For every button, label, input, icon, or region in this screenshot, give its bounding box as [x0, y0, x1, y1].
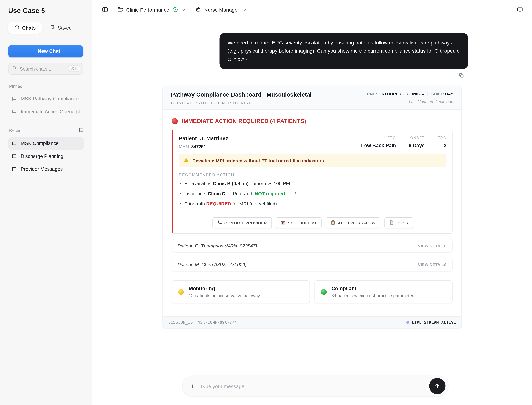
view-details-link[interactable]: VIEW DETAILS: [418, 263, 447, 267]
unit-value: ORTHOPEDIC CLINIC A: [378, 92, 424, 96]
sidebar-title: Use Case 5: [8, 7, 84, 14]
sidebar: Use Case 5 Chats Saved + New Chat: [0, 0, 92, 405]
unit-shift-meta: UNIT: ORTHOPEDIC CLINIC A SHIFT: DAY: [367, 92, 453, 96]
monitoring-status-card: Monitoring 12 patients on conservative p…: [172, 280, 310, 303]
sidebar-item-label: MSK Pathway Compliance (Cli: [21, 96, 84, 101]
session-id: SESSION_ID: MSK-COMP-09X-774: [168, 320, 237, 325]
chevron-down-icon: [181, 7, 186, 12]
project-switcher[interactable]: Clinic Performance: [117, 6, 186, 13]
patient-summary: Patient: R. Thompson (MRN: 923847) ...: [178, 243, 263, 249]
recent-section-label: Recent: [9, 127, 84, 134]
pinned-section-label: Pinned: [9, 84, 84, 89]
recommendation-prior-auth: Prior auth REQUIRED for MRI (not yet fil…: [179, 200, 446, 208]
contact-provider-button[interactable]: CONTACT PROVIDER: [212, 217, 271, 229]
status-desc: 34 patients within best-practice paramet…: [332, 293, 415, 298]
chat-bubble-icon: [12, 166, 17, 172]
document-icon: [389, 220, 394, 226]
sidebar-item-immediate-action-queue[interactable]: Immediate Action Queue (4 Pa: [8, 105, 84, 118]
tab-chats[interactable]: Chats: [8, 22, 42, 34]
main-area: Clinic Performance Nurse Manager: [92, 0, 532, 405]
chat-bubble-icon: [12, 154, 17, 159]
patient-row-chen[interactable]: Patient: M. Chen (MRN: 771029) ... VIEW …: [172, 258, 453, 272]
green-status-dot: [321, 289, 327, 295]
recommended-action-label: RECOMMENDED ACTION:: [179, 173, 446, 177]
view-details-link[interactable]: VIEW DETAILS: [418, 244, 447, 248]
divider: [179, 212, 446, 213]
recommendation-pt-available: PT available: Clinic B (0.8 mi), tomorro…: [179, 180, 446, 188]
sidebar-item-label: Provider Messages: [21, 166, 63, 172]
sidebar-item-msk-pathway-compliance[interactable]: MSK Pathway Compliance (Cli: [8, 92, 84, 105]
agent-switcher[interactable]: Nurse Manager: [195, 6, 247, 13]
calendar-icon: 17: [280, 220, 285, 226]
project-name: Clinic Performance: [126, 7, 169, 12]
status-summary-row: Monitoring 12 patients on conservative p…: [172, 280, 453, 303]
last-updated: Last Updated: 2 min ago: [367, 99, 453, 104]
status-title: Compliant: [332, 285, 415, 291]
search-chats-box: ⌘ K: [8, 63, 83, 74]
auth-workflow-button[interactable]: AUTH WORKFLOW: [326, 217, 380, 229]
attach-plus-icon[interactable]: +: [191, 383, 195, 389]
live-stream-status: LIVE STREAM ACTIVE: [407, 320, 456, 325]
sidebar-item-msk-compliance[interactable]: MSK Compliance: [8, 137, 84, 150]
pathway-compliance-dashboard-card: Pathway Compliance Dashboard - Musculosk…: [163, 86, 462, 329]
phone-icon: [217, 220, 222, 226]
message-input[interactable]: [200, 383, 424, 389]
schedule-pt-button[interactable]: 17 SCHEDULE PT: [276, 217, 322, 229]
chat-scroll-area[interactable]: We need to reduce ERG severity escalatio…: [92, 19, 532, 405]
recommendation-insurance: Insurance: Clinic C — Prior auth NOT req…: [179, 190, 446, 198]
compliant-status-card: Compliant 34 patients within best-practi…: [315, 280, 453, 303]
arrow-up-icon: [434, 383, 441, 389]
tab-chats-label: Chats: [22, 25, 36, 30]
sidebar-item-provider-messages[interactable]: Provider Messages: [8, 163, 84, 176]
app-window: Use Case 5 Chats Saved + New Chat: [0, 0, 532, 405]
new-chat-button[interactable]: + New Chat: [8, 45, 83, 57]
shift-value: DAY: [445, 92, 453, 96]
send-button[interactable]: [429, 378, 446, 394]
red-status-dot: [172, 118, 178, 124]
chat-bubble-icon: [14, 25, 19, 31]
chat-bubble-icon: [12, 141, 17, 146]
patient-summary: Patient: M. Chen (MRN: 771029) ...: [178, 262, 252, 268]
chevron-down-icon: [242, 7, 247, 12]
new-chat-label: New Chat: [38, 48, 60, 54]
clipboard-icon: [330, 220, 335, 226]
stat-etg: ETG Low Back Pain: [361, 136, 396, 148]
tab-saved-label: Saved: [58, 25, 72, 30]
status-desc: 12 patients on conservative pathway: [189, 293, 260, 298]
folder-icon: [117, 6, 123, 13]
select-chats-icon[interactable]: [79, 127, 84, 134]
svg-text:17: 17: [282, 222, 284, 224]
search-shortcut: ⌘ K: [68, 66, 80, 72]
docs-button[interactable]: DOCS: [384, 217, 413, 229]
copy-icon[interactable]: [458, 73, 464, 78]
robot-icon: [195, 6, 201, 13]
sidebar-item-label: Immediate Action Queue (4 Pa: [21, 109, 84, 114]
search-input[interactable]: [20, 66, 65, 71]
patient-actions: CONTACT PROVIDER 17 SCHEDULE PT: [178, 217, 448, 229]
dashboard-subtitle: CLINICAL PROTOCOL MONITORING: [171, 101, 311, 105]
patient-stats: ETG Low Back Pain ONSET 8 Days ERG: [361, 136, 446, 148]
stat-onset: ONSET 8 Days: [409, 136, 425, 148]
message-composer: +: [182, 376, 449, 397]
immediate-action-heading: IMMEDIATE ACTION REQUIRED (4 PATIENTS): [172, 118, 457, 124]
topbar: Clinic Performance Nurse Manager: [92, 0, 532, 19]
sidebar-item-label: MSK Compliance: [21, 141, 59, 146]
user-message-bubble: We need to reduce ERG severity escalatio…: [220, 33, 468, 69]
chat-bubble-icon: [12, 96, 17, 101]
patient-mrn: MRN: 847291: [179, 144, 228, 149]
chat-bubble-icon: [12, 109, 17, 114]
agent-name: Nurse Manager: [204, 7, 239, 12]
warning-icon: [183, 157, 189, 164]
dashboard-title: Pathway Compliance Dashboard - Musculosk…: [171, 92, 311, 98]
monitor-icon[interactable]: [517, 6, 523, 13]
sidebar-item-label: Discharge Planning: [21, 154, 63, 159]
patient-name: Patient: J. Martinez: [179, 136, 228, 142]
bookmark-icon: [50, 25, 55, 31]
sidebar-item-discharge-planning[interactable]: Discharge Planning: [8, 150, 84, 163]
patient-row-thompson[interactable]: Patient: R. Thompson (MRN: 923847) ... V…: [172, 239, 453, 253]
yellow-status-dot: [178, 289, 184, 295]
dashboard-footer: SESSION_ID: MSK-COMP-09X-774 LIVE STREAM…: [163, 316, 462, 328]
stat-erg: ERG 2: [438, 136, 446, 148]
sidebar-toggle-icon[interactable]: [102, 6, 108, 13]
tab-saved[interactable]: Saved: [44, 22, 78, 34]
